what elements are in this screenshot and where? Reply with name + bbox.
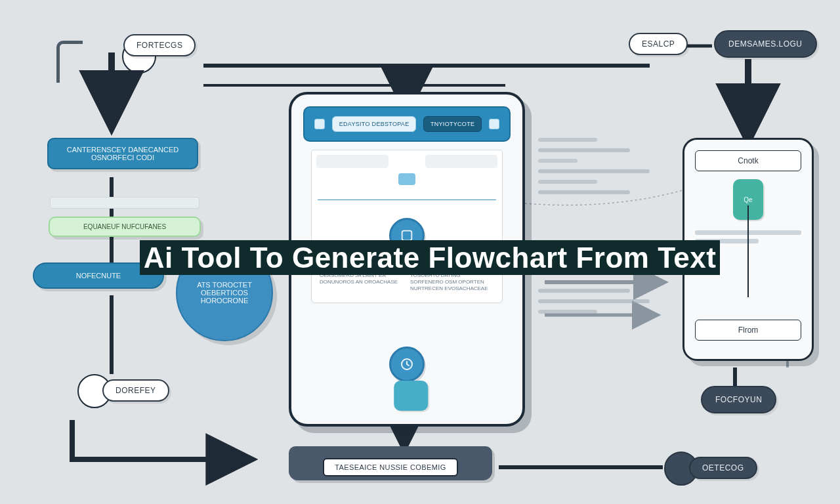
mini-card-icon — [394, 381, 428, 411]
hint-lines-upper — [538, 131, 682, 201]
svg-rect-0 — [402, 231, 412, 241]
node-label: EQUANEUF NUFCUFANES — [83, 223, 166, 230]
right-panel: Cnotk Qe Flrom — [682, 138, 814, 361]
panel-divider — [747, 205, 749, 297]
node-oetecog: OETECOG — [689, 457, 757, 479]
header-chip-icon — [489, 119, 499, 129]
node-fortecgs: FORTECGS — [123, 34, 196, 56]
field-label: Flrom — [738, 326, 759, 335]
node-canterenscey: CANTERENSCEY DANECANCED OSNORFECI CODI — [47, 138, 198, 169]
preview-divider — [318, 200, 496, 200]
detail-col-2: CHANS THE DEINCORG TOSOEHTO DATING SORFE… — [410, 266, 494, 292]
node-esalcp: ESALCP — [629, 33, 688, 55]
node-label: FOCFOYUN — [715, 395, 762, 404]
tablet-detail: CPONL DAN DERSCHING CENA OEASOMERD JA LA… — [311, 259, 503, 303]
node-large-circle: ATS TOROCTET OEBERTICOS HOROCRONE — [176, 244, 273, 341]
detail-col-1: CPONL DAN DERSCHING CENA OEASOMERD JA LA… — [320, 266, 404, 292]
node-label: FORTECGS — [136, 41, 182, 50]
panel-bar — [695, 239, 759, 243]
chip-label: Qe — [744, 196, 752, 203]
center-tablet: EDAYSITO DEBSTOPAE TNYIOTYCOTE CPONL DAN… — [289, 92, 525, 427]
node-focfoyun: FOCFOYUN — [701, 386, 776, 413]
node-label: ESALCP — [642, 39, 675, 49]
hint-lines-lower — [538, 282, 682, 320]
node-equaneuf: EQUANEUF NUFCUFANES — [49, 217, 201, 237]
node-nofecnute: NOFECNUTE — [33, 262, 164, 289]
node-label: CANTERENSCEY DANECANCED OSNORFECI CODI — [67, 146, 178, 161]
detail-node-icon — [389, 346, 425, 382]
preview-node-icon — [389, 218, 425, 253]
tab-label: EDAYSITO DEBSTOPAE — [339, 121, 410, 127]
bottom-tray: TAESEAICE NUSSIE COBEMIG — [289, 446, 492, 480]
tray-label-box: TAESEAICE NUSSIE COBEMIG — [323, 458, 458, 476]
node-label: ATS TOROCTET OEBERTICOS HOROCRONE — [186, 281, 262, 304]
node-label: OETECOG — [702, 463, 744, 472]
panel-top-field[interactable]: Cnotk — [695, 150, 801, 171]
node-label: DEMSAMES.LOGU — [728, 39, 803, 49]
node-demsames: DEMSAMES.LOGU — [714, 30, 817, 58]
node-label: NOFECNUTE — [76, 272, 121, 280]
tab-b[interactable]: TNYIOTYCOTE — [423, 116, 482, 132]
tablet-header: EDAYSITO DEBSTOPAE TNYIOTYCOTE — [303, 106, 511, 142]
tablet-preview — [311, 150, 503, 248]
decorative-bar — [50, 197, 200, 209]
decorative-bracket — [56, 41, 83, 83]
node-label: DOREFEY — [116, 386, 156, 395]
panel-bottom-field[interactable]: Flrom — [695, 320, 801, 341]
tab-label: TNYIOTYCOTE — [430, 121, 474, 127]
field-label: Cnotk — [738, 156, 758, 165]
node-dorefey: DOREFEY — [102, 379, 169, 402]
tray-label: TAESEAICE NUSSIE COBEMIG — [335, 463, 446, 471]
header-chip-icon — [314, 119, 325, 129]
preview-mini-icon — [398, 173, 415, 185]
tab-a[interactable]: EDAYSITO DEBSTOPAE — [332, 116, 417, 132]
